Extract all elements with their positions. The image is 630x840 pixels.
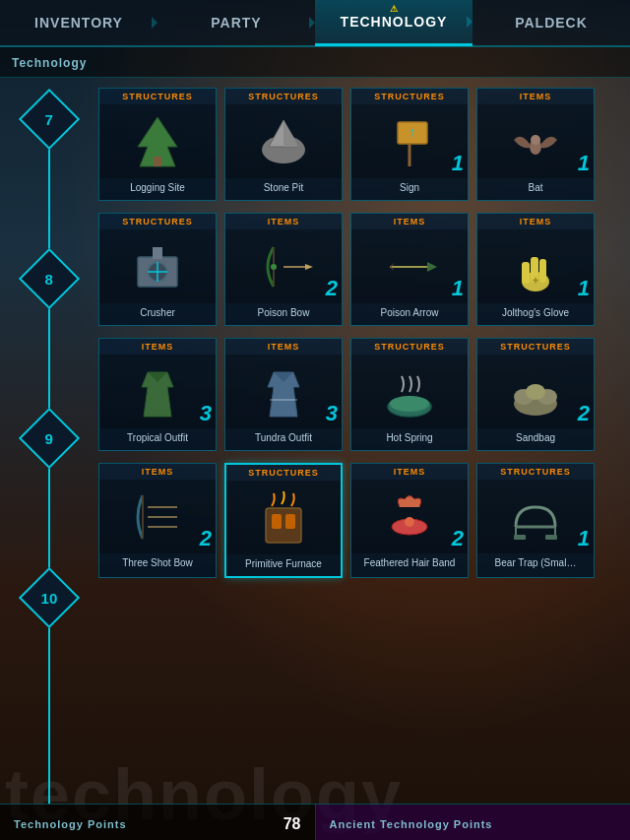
tab-party[interactable]: Party [158, 1, 315, 44]
tech-grid: StructuresLogging SiteStructuresStone Pi… [98, 78, 630, 804]
tech-card-count: 2 [326, 278, 338, 299]
svg-rect-45 [514, 535, 526, 540]
svg-rect-24 [539, 259, 546, 283]
tech-card-image [225, 104, 342, 178]
tech-card-arrow[interactable]: Items1Poison Arrow [350, 213, 469, 326]
svg-marker-4 [284, 120, 298, 147]
tech-card-name: Tundra Outfit [225, 428, 342, 450]
tech-card-count: 1 [578, 528, 590, 549]
tech-card-name: Jolthog's Glove [477, 303, 594, 325]
tab-paldeck[interactable]: Paldeck [472, 1, 630, 44]
tech-card-image [99, 229, 216, 303]
tech-card-name: Tropical Outfit [99, 428, 216, 450]
svg-marker-17 [305, 264, 313, 270]
tech-card-bow[interactable]: Items2Poison Bow [224, 213, 343, 326]
level-node-10[interactable]: 10 [19, 567, 80, 628]
tech-card-furnace[interactable]: StructuresPrimitive Furnace [224, 463, 343, 578]
main-content: 7 8 9 10 StructuresLogging SiteStructure… [0, 78, 630, 804]
tech-card-stone[interactable]: StructuresStone Pit [224, 88, 343, 201]
tech-card-count: 2 [578, 403, 590, 424]
tech-card-count: 1 [578, 278, 590, 299]
tech-row: Items2Three Shot BowStructuresPrimitive … [98, 463, 620, 578]
tech-card-3bow[interactable]: Items2Three Shot Bow [98, 463, 217, 578]
tech-card-name: Logging Site [99, 178, 216, 200]
tech-card-image: 3 [99, 355, 216, 428]
tech-points-bar: Technology Points 78 [0, 805, 316, 840]
tech-card-category: Structures [477, 464, 594, 480]
tech-card-name: Sandbag [477, 428, 594, 450]
tech-card-image: 2 [99, 480, 216, 553]
svg-rect-12 [153, 247, 162, 259]
tech-card-crusher[interactable]: StructuresCrusher [98, 213, 217, 326]
tech-card-category: Structures [225, 89, 342, 104]
tab-inventory[interactable]: Inventory [0, 1, 158, 44]
tech-card-sandbag[interactable]: Structures2Sandbag [476, 338, 595, 451]
tech-card-image [99, 104, 216, 178]
tech-card-bat[interactable]: Items1Bat [476, 88, 595, 201]
tech-card-name: Three Shot Bow [99, 553, 216, 575]
tech-row: Items3Tropical OutfitItems3Tundra Outfit… [98, 338, 620, 451]
tech-card-hairband[interactable]: Items2Feathered Hair Band [350, 463, 469, 578]
svg-text:✦: ✦ [531, 274, 540, 288]
svg-rect-38 [272, 514, 282, 529]
svg-point-28 [390, 396, 429, 412]
tech-card-category: Structures [351, 89, 468, 104]
tech-card-category: Items [351, 464, 468, 480]
tech-card-outfit[interactable]: Items3Tropical Outfit [98, 338, 217, 451]
tech-card-tree[interactable]: StructuresLogging Site [98, 88, 217, 201]
breadcrumb: Technology [0, 47, 630, 78]
nav-warning-icon: ⚠ [390, 4, 399, 14]
tech-card-name: Bear Trap (Smal… [477, 553, 594, 575]
tech-card-category: Items [225, 214, 342, 229]
svg-point-9 [531, 135, 540, 145]
tech-card-category: Structures [226, 465, 341, 481]
tech-card-name: Bat [477, 178, 594, 200]
svg-point-32 [526, 384, 545, 400]
tech-card-category: Items [477, 214, 594, 229]
tech-row: StructuresCrusherItems2Poison BowItems1P… [98, 213, 620, 326]
tech-card-count: 1 [452, 278, 464, 299]
tech-card-category: Items [225, 339, 342, 355]
tech-card-category: Items [99, 464, 216, 480]
tech-card-category: Items [477, 89, 594, 104]
svg-rect-39 [285, 514, 295, 529]
tech-card-count: 1 [578, 153, 590, 174]
tab-technology[interactable]: ⚠ Technology [315, 0, 472, 46]
tech-card-name: Poison Arrow [351, 303, 468, 325]
tech-card-image: 3 [225, 355, 342, 428]
tech-card-name: Sign [351, 178, 468, 200]
tech-card-glove[interactable]: Items✦1Jolthog's Glove [476, 213, 595, 326]
svg-point-18 [271, 264, 277, 270]
tech-card-image: 2 [477, 355, 594, 428]
tech-card-count: 3 [200, 403, 212, 424]
tech-card-count: 1 [452, 153, 464, 174]
tech-card-hotspring[interactable]: StructuresHot Spring [350, 338, 469, 451]
tech-card-image: 1 [477, 480, 594, 553]
level-node-8[interactable]: 8 [19, 248, 80, 309]
tech-card-name: Stone Pit [225, 178, 342, 200]
tech-card-tundra[interactable]: Items3Tundra Outfit [224, 338, 343, 451]
level-sidebar: 7 8 9 10 [0, 78, 98, 804]
tech-card-image: 2 [351, 480, 468, 553]
tech-card-image: ↑1 [351, 104, 468, 178]
tech-card-trap[interactable]: Structures1Bear Trap (Smal… [476, 463, 595, 578]
tech-card-image: 1 [477, 104, 594, 178]
tech-card-category: Items [351, 214, 468, 229]
tech-card-name: Poison Bow [225, 303, 342, 325]
tech-card-category: Structures [351, 339, 468, 355]
tech-card-name: Crusher [99, 303, 216, 325]
svg-rect-46 [545, 535, 557, 540]
level-node-7[interactable]: 7 [19, 89, 80, 150]
level-node-9[interactable]: 9 [19, 408, 80, 469]
tech-card-category: Structures [99, 89, 216, 104]
tech-card-sign[interactable]: Structures↑1Sign [350, 88, 469, 201]
svg-rect-1 [154, 157, 161, 166]
tech-card-category: Items [99, 339, 216, 355]
tech-row: StructuresLogging SiteStructuresStone Pi… [98, 88, 620, 201]
bottom-bars: Technology Points 78 Ancient Technology … [0, 804, 630, 840]
tech-card-image [351, 355, 468, 428]
svg-rect-37 [266, 508, 301, 543]
nav-bar: Inventory Party ⚠ Technology Paldeck [0, 0, 630, 47]
ancient-points-bar: Ancient Technology Points [316, 805, 631, 840]
tech-card-category: Structures [99, 214, 216, 229]
